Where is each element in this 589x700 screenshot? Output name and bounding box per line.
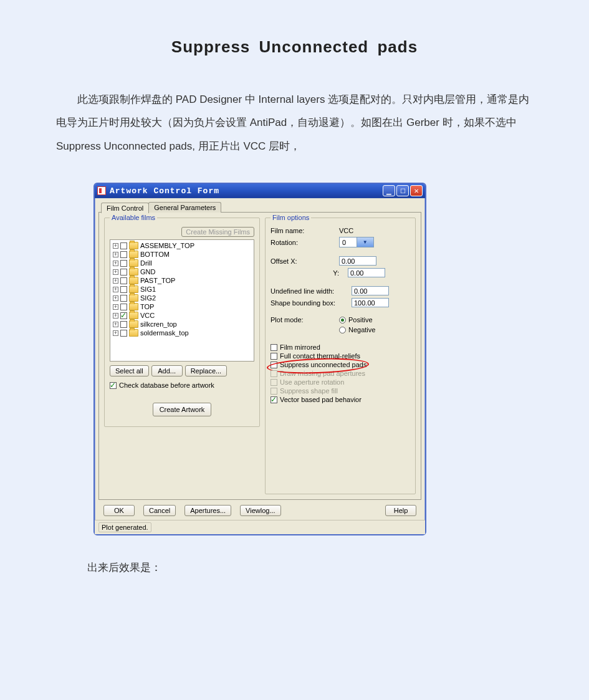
expand-icon[interactable]: + [113, 313, 118, 319]
positive-label: Positive [348, 316, 373, 324]
dialog-button-row: OK Cancel Apertures... Viewlog... Help [98, 500, 421, 519]
replace-button[interactable]: Replace... [185, 365, 227, 376]
checkbox[interactable] [120, 304, 127, 310]
tree-item-label[interactable]: GND [140, 268, 155, 276]
tree-item-label[interactable]: SIG1 [140, 285, 156, 293]
film-mirrored-label: Film mirrored [280, 343, 320, 351]
folder-icon [129, 329, 138, 337]
expand-icon[interactable]: + [113, 295, 118, 301]
offset-x-label: Offset X: [271, 257, 339, 265]
checkbox[interactable] [120, 269, 127, 276]
tab-general-parameters[interactable]: General Parameters [148, 202, 221, 213]
checkbox[interactable] [120, 321, 127, 328]
film-options-group: Film options Film name: VCC Rotation: 0 … [265, 218, 416, 494]
close-button[interactable]: ✕ [410, 185, 423, 196]
select-all-button[interactable]: Select all [110, 365, 149, 376]
viewlog-button[interactable]: Viewlog... [240, 505, 281, 516]
undefined-line-width-input[interactable] [352, 286, 389, 295]
checkbox[interactable] [120, 330, 127, 337]
create-missing-films-button: Create Missing Films [181, 227, 254, 237]
result-label: 出来后效果是： [87, 560, 589, 575]
checkbox[interactable] [120, 286, 127, 293]
add-button[interactable]: Add... [151, 365, 183, 376]
tree-item-label[interactable]: TOP [140, 303, 154, 310]
help-button[interactable]: Help [385, 505, 416, 516]
offset-y-label: Y: [271, 269, 348, 277]
tree-item-label[interactable]: VCC [140, 312, 155, 319]
tree-item-label[interactable]: BOTTOM [140, 251, 170, 258]
check-database-label: Check database before artwork [119, 381, 214, 389]
full-contact-label: Full contact thermal-reliefs [280, 352, 360, 360]
chevron-down-icon[interactable]: ▼ [357, 237, 374, 247]
doc-paragraph: 此选项跟制作焊盘的 PAD Designer 中 Internal layers… [56, 88, 533, 158]
checkbox[interactable] [120, 242, 127, 249]
checkbox[interactable] [120, 295, 127, 302]
tree-item-label[interactable]: PAST_TOP [140, 277, 175, 284]
status-bar: Plot generated. [95, 520, 425, 534]
suppress-unconnected-label: Suppress unconnected pads [280, 361, 366, 368]
suppress-shape-label: Suppress shape fill [280, 387, 338, 395]
minimize-button[interactable]: ▁ [383, 185, 395, 196]
shape-bounding-box-input[interactable] [352, 298, 389, 307]
tree-item-label[interactable]: ASSEMBLY_TOP [140, 242, 194, 249]
checkbox-film-mirrored[interactable] [271, 344, 277, 351]
offset-x-input[interactable] [339, 256, 376, 266]
expand-icon[interactable]: + [113, 269, 118, 275]
tree-item-label[interactable]: SIG2 [140, 294, 156, 302]
undefined-line-width-label: Undefined line width: [271, 287, 352, 295]
app-icon [97, 186, 106, 195]
expand-icon[interactable]: + [113, 287, 118, 292]
checkbox-vector-based[interactable] [271, 396, 277, 403]
expand-icon[interactable]: + [113, 330, 118, 336]
create-artwork-button[interactable]: Create Artwork [153, 403, 212, 416]
folder-icon [129, 320, 138, 328]
tree-item-label[interactable]: soldermask_top [140, 329, 189, 337]
checkbox-check-database[interactable] [110, 382, 117, 389]
folder-icon [129, 251, 138, 258]
folder-icon [129, 303, 138, 310]
folder-icon [129, 294, 138, 302]
artwork-control-window: Artwork Control Form ▁ ☐ ✕ Film Control … [93, 183, 426, 535]
folder-icon [129, 277, 138, 284]
draw-missing-label: Draw missing pad apertures [280, 370, 365, 377]
checkbox[interactable] [120, 277, 127, 284]
available-films-legend: Available films [110, 214, 157, 221]
use-aperture-rotation-label: Use aperture rotation [280, 378, 344, 386]
expand-icon[interactable]: + [113, 252, 118, 257]
checkbox-use-aperture-rotation [271, 379, 277, 386]
folder-icon [129, 312, 138, 319]
checkbox[interactable] [120, 312, 127, 319]
maximize-button[interactable]: ☐ [396, 185, 409, 196]
tree-item-label[interactable]: Drill [140, 259, 152, 267]
films-tree[interactable]: +ASSEMBLY_TOP +BOTTOM +Drill +GND +PAST_… [110, 239, 254, 362]
radio-positive[interactable] [339, 317, 346, 324]
expand-icon[interactable]: + [113, 278, 118, 284]
negative-label: Negative [348, 326, 375, 333]
tree-item-label[interactable]: silkcren_top [140, 320, 177, 328]
expand-icon[interactable]: + [113, 243, 118, 249]
expand-icon[interactable]: + [113, 304, 118, 310]
checkbox[interactable] [120, 260, 127, 267]
expand-icon[interactable]: + [113, 261, 118, 266]
vector-based-label: Vector based pad behavior [280, 396, 362, 403]
radio-negative[interactable] [339, 327, 346, 333]
status-text: Plot generated. [98, 522, 151, 532]
cancel-button[interactable]: Cancel [143, 505, 176, 516]
folder-icon [129, 242, 138, 249]
folder-icon [129, 259, 138, 267]
checkbox-full-contact[interactable] [271, 353, 277, 360]
expand-icon[interactable]: + [113, 322, 118, 327]
film-options-legend: Film options [271, 214, 311, 221]
rotation-combo[interactable]: 0 ▼ [339, 237, 374, 247]
window-titlebar[interactable]: Artwork Control Form ▁ ☐ ✕ [95, 184, 425, 198]
ok-button[interactable]: OK [103, 505, 135, 516]
folder-icon [129, 268, 138, 276]
apertures-button[interactable]: Apertures... [184, 505, 231, 516]
film-name-value: VCC [339, 227, 376, 234]
checkbox[interactable] [120, 251, 127, 258]
shape-bounding-box-label: Shape bounding box: [271, 299, 352, 307]
tab-film-control[interactable]: Film Control [101, 203, 149, 213]
checkbox-suppress-unconnected[interactable] [271, 362, 277, 368]
doc-title: Suppress Unconnected pads [0, 37, 589, 57]
offset-y-input[interactable] [348, 268, 385, 277]
